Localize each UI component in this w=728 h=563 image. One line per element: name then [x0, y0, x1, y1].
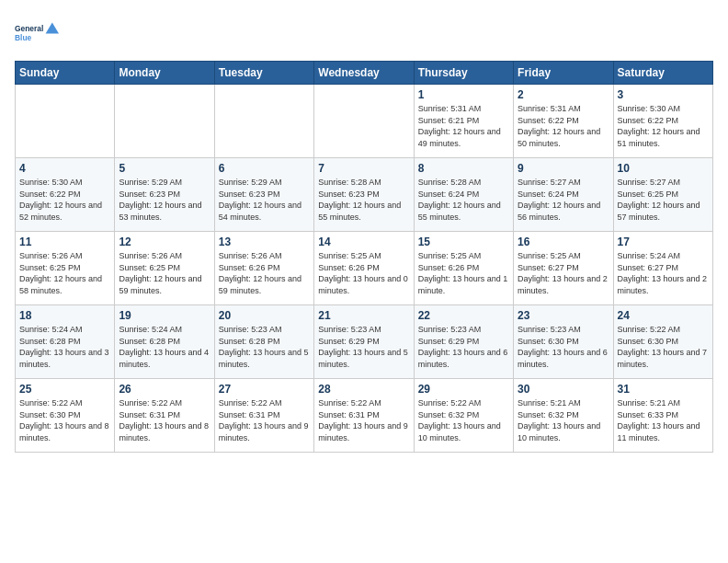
day-number: 7: [318, 162, 409, 175]
day-info: Sunrise: 5:22 AMSunset: 6:31 PMDaylight:…: [318, 397, 409, 443]
day-number: 31: [618, 383, 709, 396]
day-number: 1: [418, 88, 509, 101]
day-info: Sunrise: 5:25 AMSunset: 6:26 PMDaylight:…: [318, 250, 409, 296]
calendar-cell: 21Sunrise: 5:23 AMSunset: 6:29 PMDayligh…: [314, 305, 414, 379]
calendar-cell: 10Sunrise: 5:27 AMSunset: 6:25 PMDayligh…: [613, 158, 712, 232]
day-info: Sunrise: 5:30 AMSunset: 6:22 PMDaylight:…: [19, 177, 110, 223]
calendar-cell: 24Sunrise: 5:22 AMSunset: 6:30 PMDayligh…: [613, 305, 712, 379]
svg-marker-2: [46, 22, 59, 33]
day-number: 6: [219, 162, 310, 175]
day-number: 29: [418, 383, 509, 396]
day-info: Sunrise: 5:29 AMSunset: 6:23 PMDaylight:…: [119, 177, 210, 223]
day-info: Sunrise: 5:26 AMSunset: 6:26 PMDaylight:…: [219, 250, 310, 296]
calendar-cell: 8Sunrise: 5:28 AMSunset: 6:24 PMDaylight…: [414, 158, 513, 232]
calendar-cell: [314, 85, 414, 158]
logo-svg: General Blue: [15, 15, 59, 53]
day-info: Sunrise: 5:23 AMSunset: 6:29 PMDaylight:…: [318, 324, 409, 370]
day-info: Sunrise: 5:23 AMSunset: 6:29 PMDaylight:…: [418, 324, 509, 370]
weekday-header-cell: Thursday: [414, 62, 513, 85]
day-info: Sunrise: 5:25 AMSunset: 6:27 PMDaylight:…: [518, 250, 609, 296]
weekday-header-row: SundayMondayTuesdayWednesdayThursdayFrid…: [16, 62, 713, 85]
calendar-cell: [115, 85, 214, 158]
day-number: 20: [219, 309, 310, 322]
day-info: Sunrise: 5:21 AMSunset: 6:33 PMDaylight:…: [618, 397, 709, 443]
calendar-table: SundayMondayTuesdayWednesdayThursdayFrid…: [15, 61, 713, 453]
day-number: 13: [219, 236, 310, 248]
calendar-cell: 2Sunrise: 5:31 AMSunset: 6:22 PMDaylight…: [514, 85, 613, 158]
day-number: 14: [318, 236, 409, 248]
svg-text:General: General: [15, 24, 43, 33]
calendar-cell: 5Sunrise: 5:29 AMSunset: 6:23 PMDaylight…: [115, 158, 214, 232]
calendar-cell: 6Sunrise: 5:29 AMSunset: 6:23 PMDaylight…: [214, 158, 313, 232]
day-number: 11: [19, 236, 110, 248]
calendar-cell: 12Sunrise: 5:26 AMSunset: 6:25 PMDayligh…: [115, 232, 214, 305]
calendar-cell: 30Sunrise: 5:21 AMSunset: 6:32 PMDayligh…: [514, 379, 613, 453]
day-number: 8: [418, 162, 509, 175]
calendar-week-row: 1Sunrise: 5:31 AMSunset: 6:21 PMDaylight…: [16, 85, 713, 158]
day-number: 4: [19, 162, 110, 175]
weekday-header-cell: Saturday: [613, 62, 712, 85]
calendar-cell: 15Sunrise: 5:25 AMSunset: 6:26 PMDayligh…: [414, 232, 513, 305]
weekday-header-cell: Wednesday: [314, 62, 414, 85]
day-info: Sunrise: 5:30 AMSunset: 6:22 PMDaylight:…: [618, 103, 709, 149]
calendar-cell: 23Sunrise: 5:23 AMSunset: 6:30 PMDayligh…: [514, 305, 613, 379]
calendar-cell: 14Sunrise: 5:25 AMSunset: 6:26 PMDayligh…: [314, 232, 414, 305]
day-info: Sunrise: 5:24 AMSunset: 6:27 PMDaylight:…: [618, 250, 709, 296]
day-info: Sunrise: 5:27 AMSunset: 6:25 PMDaylight:…: [618, 177, 709, 223]
calendar-cell: 18Sunrise: 5:24 AMSunset: 6:28 PMDayligh…: [16, 305, 115, 379]
day-number: 15: [418, 236, 509, 248]
day-info: Sunrise: 5:23 AMSunset: 6:28 PMDaylight:…: [219, 324, 310, 370]
day-info: Sunrise: 5:26 AMSunset: 6:25 PMDaylight:…: [19, 250, 110, 296]
day-info: Sunrise: 5:26 AMSunset: 6:25 PMDaylight:…: [119, 250, 210, 296]
day-info: Sunrise: 5:28 AMSunset: 6:23 PMDaylight:…: [318, 177, 409, 223]
day-number: 16: [518, 236, 609, 248]
calendar-body: 1Sunrise: 5:31 AMSunset: 6:21 PMDaylight…: [16, 85, 713, 453]
day-number: 9: [518, 162, 609, 175]
day-info: Sunrise: 5:22 AMSunset: 6:31 PMDaylight:…: [219, 397, 310, 443]
calendar-cell: 26Sunrise: 5:22 AMSunset: 6:31 PMDayligh…: [115, 379, 214, 453]
day-info: Sunrise: 5:22 AMSunset: 6:32 PMDaylight:…: [418, 397, 509, 443]
calendar-cell: 4Sunrise: 5:30 AMSunset: 6:22 PMDaylight…: [16, 158, 115, 232]
weekday-header-cell: Monday: [115, 62, 214, 85]
calendar-cell: 11Sunrise: 5:26 AMSunset: 6:25 PMDayligh…: [16, 232, 115, 305]
day-number: 21: [318, 309, 409, 322]
calendar-cell: 20Sunrise: 5:23 AMSunset: 6:28 PMDayligh…: [214, 305, 313, 379]
day-info: Sunrise: 5:23 AMSunset: 6:30 PMDaylight:…: [518, 324, 609, 370]
calendar-cell: 17Sunrise: 5:24 AMSunset: 6:27 PMDayligh…: [613, 232, 712, 305]
weekday-header-cell: Tuesday: [214, 62, 313, 85]
calendar-cell: [16, 85, 115, 158]
calendar-week-row: 4Sunrise: 5:30 AMSunset: 6:22 PMDaylight…: [16, 158, 713, 232]
calendar-week-row: 18Sunrise: 5:24 AMSunset: 6:28 PMDayligh…: [16, 305, 713, 379]
day-number: 23: [518, 309, 609, 322]
day-number: 10: [618, 162, 709, 175]
calendar-cell: 19Sunrise: 5:24 AMSunset: 6:28 PMDayligh…: [115, 305, 214, 379]
day-number: 27: [219, 383, 310, 396]
day-number: 30: [518, 383, 609, 396]
day-info: Sunrise: 5:31 AMSunset: 6:21 PMDaylight:…: [418, 103, 509, 149]
day-number: 3: [618, 88, 709, 101]
calendar-cell: 29Sunrise: 5:22 AMSunset: 6:32 PMDayligh…: [414, 379, 513, 453]
day-number: 24: [618, 309, 709, 322]
day-info: Sunrise: 5:27 AMSunset: 6:24 PMDaylight:…: [518, 177, 609, 223]
day-number: 26: [119, 383, 210, 396]
day-info: Sunrise: 5:29 AMSunset: 6:23 PMDaylight:…: [219, 177, 310, 223]
day-info: Sunrise: 5:24 AMSunset: 6:28 PMDaylight:…: [119, 324, 210, 370]
day-info: Sunrise: 5:28 AMSunset: 6:24 PMDaylight:…: [418, 177, 509, 223]
day-info: Sunrise: 5:22 AMSunset: 6:30 PMDaylight:…: [618, 324, 709, 370]
weekday-header-cell: Friday: [514, 62, 613, 85]
calendar-cell: 22Sunrise: 5:23 AMSunset: 6:29 PMDayligh…: [414, 305, 513, 379]
calendar-cell: [214, 85, 313, 158]
day-info: Sunrise: 5:25 AMSunset: 6:26 PMDaylight:…: [418, 250, 509, 296]
day-number: 25: [19, 383, 110, 396]
calendar-cell: 3Sunrise: 5:30 AMSunset: 6:22 PMDaylight…: [613, 85, 712, 158]
day-info: Sunrise: 5:24 AMSunset: 6:28 PMDaylight:…: [19, 324, 110, 370]
calendar-cell: 27Sunrise: 5:22 AMSunset: 6:31 PMDayligh…: [214, 379, 313, 453]
calendar-week-row: 25Sunrise: 5:22 AMSunset: 6:30 PMDayligh…: [16, 379, 713, 453]
calendar-cell: 16Sunrise: 5:25 AMSunset: 6:27 PMDayligh…: [514, 232, 613, 305]
day-info: Sunrise: 5:22 AMSunset: 6:30 PMDaylight:…: [19, 397, 110, 443]
day-number: 2: [518, 88, 609, 101]
day-number: 22: [418, 309, 509, 322]
day-info: Sunrise: 5:31 AMSunset: 6:22 PMDaylight:…: [518, 103, 609, 149]
svg-text:Blue: Blue: [15, 33, 32, 42]
calendar-cell: 7Sunrise: 5:28 AMSunset: 6:23 PMDaylight…: [314, 158, 414, 232]
